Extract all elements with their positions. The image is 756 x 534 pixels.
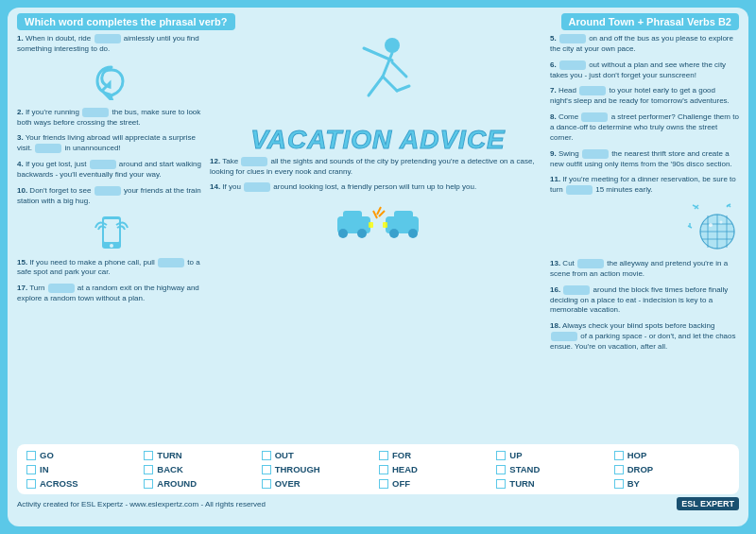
col-left: 1. When in doubt, ride aimlessly until y… [17,34,206,440]
footer: Activity created for ESL Expertz - www.e… [17,497,739,510]
word-go[interactable]: GO [26,450,142,460]
clue-3: 3. Your friends living abroad will appre… [17,133,206,154]
checkbox-back[interactable] [144,465,153,474]
svg-point-3 [110,244,113,248]
svg-point-13 [338,229,348,238]
checkbox-around[interactable] [144,479,153,489]
svg-line-26 [696,207,698,209]
svg-rect-12 [343,211,362,220]
clue-16: 16. around the block five times before f… [550,285,739,317]
checkbox-for[interactable] [379,451,388,460]
word-hop[interactable]: HOP [614,450,730,460]
svg-line-8 [369,77,383,95]
checkbox-drop[interactable] [614,465,624,474]
word-drop[interactable]: DROP [614,464,730,474]
checkbox-over[interactable] [262,479,271,489]
checkbox-turn2[interactable] [496,479,506,489]
word-off[interactable]: OFF [379,478,494,489]
svg-point-18 [389,229,399,238]
header-left: Which word completes the phrasal verb? [17,13,235,30]
clue-18: 18. Always check your blind spots before… [550,321,739,353]
disco-area [550,201,739,253]
word-turn[interactable]: TURN [144,450,259,460]
word-in[interactable]: IN [26,464,142,474]
col-right: 5. on and off the bus as you please to e… [550,34,739,440]
clue-10: 10. Don't forget to see your friends at … [17,186,206,207]
arrow-icon [17,62,206,100]
disco-ball-icon [687,201,739,253]
svg-line-7 [392,62,406,77]
clue-4: 4. If you get lost, just around and star… [17,160,206,181]
checkbox-out[interactable] [262,451,271,460]
mid-top: VACATION ADVICE [210,34,546,153]
clue-6: 6. out without a plan and see where the … [550,60,739,81]
svg-line-9 [383,77,397,91]
vacation-title: VACATION ADVICE [250,127,506,153]
svg-line-25 [693,205,696,207]
svg-line-23 [373,211,377,218]
clue-5: 5. on and off the bus as you please to e… [550,34,739,55]
word-out[interactable]: OUT [262,450,377,460]
svg-point-41 [720,221,723,224]
checkbox-up[interactable] [496,451,506,460]
word-stand[interactable]: STAND [496,464,611,474]
word-for[interactable]: FOR [379,450,494,460]
svg-rect-17 [394,211,413,220]
clue-14: 14. If you around looking lost, a friend… [210,182,546,193]
esl-logo: ESL EXPERT [677,497,739,510]
svg-point-40 [709,223,713,227]
svg-point-19 [408,229,418,238]
word-back[interactable]: BACK [144,464,259,474]
checkbox-go[interactable] [26,451,36,460]
checkbox-turn[interactable] [144,451,153,460]
word-up[interactable]: UP [496,450,611,460]
svg-line-21 [377,207,381,215]
word-through[interactable]: THROUGH [262,464,377,474]
header-right: Around Town + Phrasal Verbs B2 [561,13,739,30]
clue-12: 12. Take all the sights and sounds of th… [210,157,546,178]
clue-2: 2. If you're running the bus, make sure … [17,108,206,129]
word-turn2[interactable]: TURN [496,478,611,489]
checkbox-head[interactable] [379,465,388,474]
clue-11: 11. If you're meeting for a dinner reser… [550,175,739,196]
checkbox-through[interactable] [262,465,271,474]
checkbox-in[interactable] [26,465,36,474]
clue-17: 17. Turn at a random exit on the highway… [17,284,206,304]
mid-bottom: 12. Take all the sights and sounds of th… [210,157,546,240]
svg-line-22 [379,211,385,216]
word-around[interactable]: AROUND [144,478,259,489]
phone-icon [17,215,206,250]
checkbox-off[interactable] [379,479,388,489]
header: Which word completes the phrasal verb? A… [17,13,739,30]
clue-15: 15. If you need to make a phone call, pu… [17,258,206,279]
footer-text: Activity created for ESL Expertz - www.e… [17,500,266,508]
word-across[interactable]: ACROSS [26,478,142,489]
clue-9: 9. Swing the nearest thrift store and cr… [550,149,739,170]
svg-rect-20 [383,222,387,228]
word-bank: GO TURN OUT FOR UP HOP [17,444,739,494]
clue-7: 7. Head to your hotel early to get a goo… [550,86,739,107]
checkbox-by[interactable] [614,479,624,489]
word-head[interactable]: HEAD [379,464,494,474]
col-mid: VACATION ADVICE 12. Take all the sights … [210,34,546,440]
clue-8: 8. Come a street performer? Challenge th… [550,112,739,144]
clue-1: 1. When in doubt, ride aimlessly until y… [17,34,206,55]
word-over[interactable]: OVER [262,478,377,489]
checkbox-stand[interactable] [496,465,506,474]
svg-rect-2 [104,219,119,242]
checkbox-across[interactable] [26,479,36,489]
car-collision-icon [335,198,421,240]
svg-point-14 [357,229,367,238]
dancer-icon [345,34,411,119]
svg-point-4 [385,38,400,53]
car-collision-area [210,198,546,240]
main-content: 1. When in doubt, ride aimlessly until y… [17,34,739,440]
checkbox-hop[interactable] [614,451,624,460]
clue-13: 13. Cut the alleyway and pretend you're … [550,259,739,280]
svg-line-10 [397,86,409,91]
svg-line-29 [729,205,730,207]
svg-rect-15 [369,222,373,228]
word-by[interactable]: BY [614,478,730,489]
